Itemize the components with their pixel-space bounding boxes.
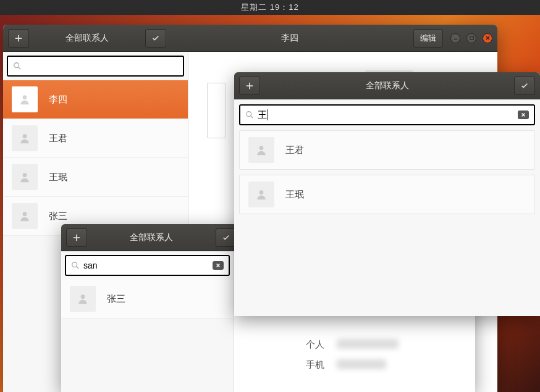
search-input[interactable] xyxy=(25,61,178,71)
avatar xyxy=(70,286,96,312)
close-button[interactable] xyxy=(483,33,492,43)
field-value-blurred xyxy=(337,359,386,369)
add-contact-button[interactable] xyxy=(239,77,260,95)
contact-list-panel: 张三 xyxy=(61,251,234,392)
svg-point-1 xyxy=(14,63,19,68)
titlebar: 全部联系人 李四 编辑 xyxy=(3,25,497,52)
contact-row[interactable]: 王君 xyxy=(3,119,188,158)
titlebar: 全部联系人 xyxy=(234,72,540,99)
svg-point-9 xyxy=(247,112,251,117)
contacts-window-front: 全部联系人 王 王君 王珉 xyxy=(234,72,540,316)
add-contact-button[interactable] xyxy=(8,29,29,48)
contact-name: 李四 xyxy=(49,94,67,106)
avatar xyxy=(12,125,38,151)
window-controls xyxy=(450,33,492,43)
contact-row[interactable]: 李四 xyxy=(3,80,188,119)
svg-point-7 xyxy=(72,262,77,267)
avatar xyxy=(248,181,274,207)
contact-list: 王君 王珉 xyxy=(234,130,540,214)
clear-search-button[interactable] xyxy=(518,111,529,119)
field-label: 手机 xyxy=(302,359,324,371)
contact-name: 王君 xyxy=(49,133,67,144)
contact-name: 王君 xyxy=(285,144,304,156)
placeholder-card xyxy=(207,83,226,138)
select-mode-button[interactable] xyxy=(216,228,237,247)
svg-point-11 xyxy=(259,190,264,194)
svg-point-10 xyxy=(259,146,264,150)
avatar xyxy=(12,164,38,190)
minimize-button[interactable] xyxy=(450,33,460,43)
search-icon xyxy=(71,261,80,270)
all-contacts-title: 全部联系人 xyxy=(32,33,143,44)
svg-point-3 xyxy=(23,134,27,138)
search-input[interactable] xyxy=(83,261,209,270)
all-contacts-title: 全部联系人 xyxy=(263,80,512,91)
clear-search-button[interactable] xyxy=(213,261,224,270)
detail-field: 个人 xyxy=(302,339,399,351)
contact-row[interactable]: 张三 xyxy=(61,280,234,319)
svg-rect-0 xyxy=(470,36,473,40)
contact-name: 张三 xyxy=(49,211,67,222)
field-label: 个人 xyxy=(302,339,324,351)
contact-list: 张三 xyxy=(61,280,234,319)
clock-text: 星期二 19：12 xyxy=(241,2,299,13)
svg-point-8 xyxy=(81,294,85,299)
search-icon xyxy=(13,62,22,70)
search-input[interactable] xyxy=(268,110,514,120)
contact-row[interactable]: 王君 xyxy=(239,130,535,170)
contact-row[interactable]: 王珉 xyxy=(3,158,188,197)
search-bar[interactable]: 王 xyxy=(239,104,535,125)
edit-button[interactable]: 编辑 xyxy=(413,29,443,48)
contact-title: 李四 xyxy=(169,33,411,44)
field-value-blurred xyxy=(337,339,399,349)
top-bar: 星期二 19：12 xyxy=(0,0,540,15)
contact-name: 王珉 xyxy=(285,189,304,201)
contact-row[interactable]: 王珉 xyxy=(239,175,535,214)
contact-name: 张三 xyxy=(107,293,125,305)
search-bar[interactable] xyxy=(65,255,230,276)
svg-point-4 xyxy=(23,173,27,177)
avatar xyxy=(248,137,274,163)
avatar xyxy=(12,86,38,112)
detail-field: 手机 xyxy=(302,359,399,371)
maximize-button[interactable] xyxy=(466,33,476,43)
add-contact-button[interactable] xyxy=(66,228,87,247)
avatar xyxy=(12,203,38,229)
svg-point-2 xyxy=(23,95,27,99)
search-icon xyxy=(245,111,254,119)
all-contacts-title: 全部联系人 xyxy=(90,232,213,243)
search-text: 王 xyxy=(258,109,267,121)
svg-point-5 xyxy=(23,212,27,216)
select-mode-button[interactable] xyxy=(145,29,166,48)
search-bar[interactable] xyxy=(7,56,184,77)
select-mode-button[interactable] xyxy=(514,77,535,95)
contact-name: 王珉 xyxy=(49,172,67,183)
